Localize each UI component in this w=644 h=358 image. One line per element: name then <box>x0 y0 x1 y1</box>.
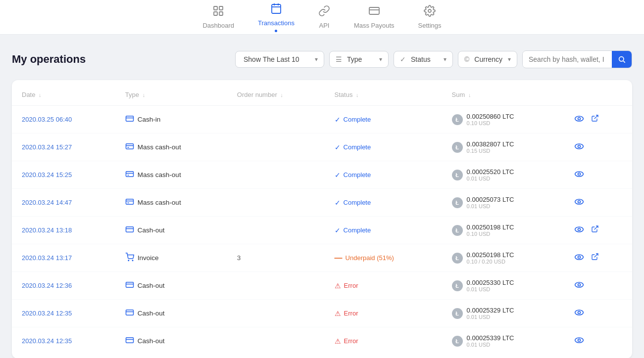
view-button[interactable] <box>573 224 585 236</box>
sum-cell: Ł 0.00382807 LTC 0.15 USD <box>442 134 563 161</box>
ltc-icon: Ł <box>452 280 463 291</box>
settings-icon <box>424 5 436 20</box>
actions-cell <box>563 106 632 134</box>
sum-ltc: 0.00250198 LTC <box>467 251 514 259</box>
type-label: Mass cash-out <box>138 199 181 206</box>
external-link-button[interactable] <box>590 224 600 236</box>
search-input[interactable] <box>523 51 612 67</box>
table-row: 2020.03.24 12:35 Cash-out ⚠Error Ł 0.000… <box>12 327 632 355</box>
date-cell: 2020.03.24 12:36 <box>12 272 115 300</box>
sum-usd: 0.01 USD <box>467 342 514 348</box>
col-sum[interactable]: Sum ↓ <box>442 84 563 106</box>
type-dropdown[interactable]: ☰ Type ▾ <box>329 51 389 68</box>
operations-table: Date ↓ Type ↓ Order number ↓ Status ↓ Su… <box>12 84 632 355</box>
check-icon: ✓ <box>400 55 406 63</box>
svg-rect-3 <box>219 12 223 15</box>
date-cell: 2020.03.24 12:35 <box>12 327 115 355</box>
nav-label-settings: Settings <box>418 22 442 29</box>
nav-item-transactions[interactable]: Transactions <box>258 2 295 32</box>
view-button[interactable] <box>573 113 585 126</box>
svg-rect-47 <box>126 310 133 315</box>
col-date[interactable]: Date ↓ <box>12 84 115 106</box>
search-button[interactable] <box>612 51 632 68</box>
sum-usd: 0.01 USD <box>467 176 514 181</box>
sum-values: 0.00025520 LTC 0.01 USD <box>467 168 514 181</box>
svg-rect-43 <box>126 282 133 288</box>
actions-cell <box>563 134 632 161</box>
svg-point-45 <box>575 282 584 287</box>
actions-cell <box>563 327 632 355</box>
nav-item-settings[interactable]: Settings <box>418 5 442 29</box>
sum-cell: Ł 0.00250860 LTC 0.10 USD <box>442 106 563 134</box>
view-button[interactable] <box>573 252 585 264</box>
show-last-dropdown[interactable]: Show The Last 10 ▾ <box>235 51 324 68</box>
view-button[interactable] <box>573 335 585 347</box>
col-order[interactable]: Order number ↓ <box>227 84 325 106</box>
col-type[interactable]: Type ↓ <box>115 84 227 106</box>
nav-item-mass-payouts[interactable]: Mass Payouts <box>354 5 395 29</box>
view-button[interactable] <box>573 307 585 319</box>
table-row: 2020.03.24 14:47 Mass cash-out ✓Complete… <box>12 189 632 217</box>
svg-rect-8 <box>369 7 379 14</box>
date-cell: 2020.03.24 15:27 <box>12 134 115 161</box>
page-title: My operations <box>12 53 86 66</box>
status-cell: ✓Complete <box>325 134 442 161</box>
col-status[interactable]: Status ↓ <box>325 84 442 106</box>
svg-point-21 <box>575 144 584 149</box>
date-cell: 2020.03.24 14:47 <box>12 189 115 217</box>
status-text: Error <box>344 282 358 289</box>
currency-icon: © <box>464 55 469 63</box>
main-nav: Dashboard Transactions API Mass Payouts … <box>0 0 644 35</box>
status-text: Complete <box>344 171 371 179</box>
nav-label-api: API <box>319 22 329 29</box>
nav-item-api[interactable]: API <box>318 5 330 29</box>
view-button[interactable] <box>573 169 585 181</box>
search-icon <box>618 55 626 63</box>
external-link-button[interactable] <box>590 113 600 126</box>
status-label: Status <box>411 55 441 63</box>
eye-icon <box>574 115 584 122</box>
sum-usd: 0.15 USD <box>467 148 514 154</box>
table-row: 2020.03.24 13:17 Invoice 3 —Underpaid (5… <box>12 244 632 272</box>
sum-ltc: 0.00250860 LTC <box>467 113 514 120</box>
sum-cell: Ł 0.00250198 LTC 0.10 USD <box>442 217 563 244</box>
svg-point-39 <box>132 260 133 261</box>
nav-item-dashboard[interactable]: Dashboard <box>202 5 234 29</box>
external-link-button[interactable] <box>590 252 600 264</box>
chevron-down-icon: ▾ <box>508 56 511 63</box>
sum-ltc: 0.00025520 LTC <box>467 168 514 176</box>
table-row: 2020.03.24 15:27 Mass cash-out ✓Complete… <box>12 134 632 161</box>
ltc-icon: Ł <box>452 253 463 264</box>
eye-icon <box>574 143 584 150</box>
view-button[interactable] <box>573 196 585 209</box>
nav-label-transactions: Transactions <box>258 19 295 27</box>
active-dot <box>275 30 277 32</box>
type-icon <box>125 225 134 235</box>
date-cell: 2020.03.24 13:18 <box>12 217 115 244</box>
status-dropdown[interactable]: ✓ Status ▾ <box>394 51 453 68</box>
currency-dropdown[interactable]: © Currency ▾ <box>458 51 517 68</box>
error-icon: ⚠ <box>335 282 341 290</box>
sum-usd: 0.10 USD <box>467 231 514 237</box>
svg-point-36 <box>578 228 580 231</box>
eye-icon <box>574 171 584 178</box>
view-button[interactable] <box>573 141 585 153</box>
view-button[interactable] <box>573 279 585 292</box>
eye-icon <box>574 337 584 344</box>
svg-point-27 <box>578 173 580 176</box>
status-cell: ⚠Error <box>325 300 442 327</box>
date-cell: 2020.03.24 15:25 <box>12 161 115 189</box>
type-icon <box>125 170 134 180</box>
svg-rect-4 <box>272 4 281 13</box>
table-row: 2020.03.24 12:35 Cash-out ⚠Error Ł 0.000… <box>12 300 632 327</box>
type-cell: Cash-out <box>115 327 227 355</box>
date-cell: 2020.03.24 12:35 <box>12 300 115 327</box>
currency-label: Currency <box>474 55 505 63</box>
svg-point-46 <box>578 284 580 286</box>
type-cell: Invoice <box>115 244 227 272</box>
svg-point-32 <box>578 201 580 203</box>
sum-ltc: 0.00025329 LTC <box>467 307 514 314</box>
error-icon: ⚠ <box>335 337 341 345</box>
type-label: Type <box>347 55 376 63</box>
sum-usd: 0.01 USD <box>467 286 514 292</box>
